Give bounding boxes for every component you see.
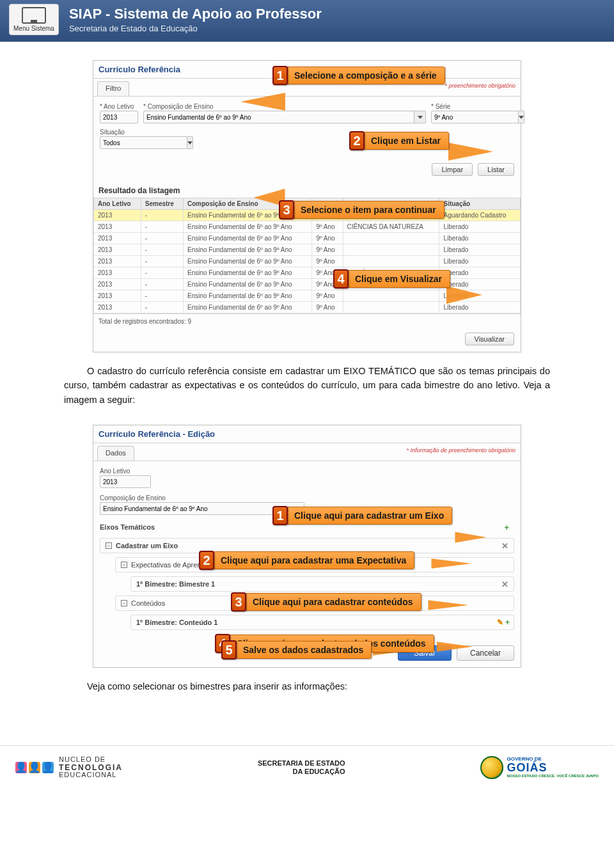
cell: Ensino Fundamental de 6º ao 9º Ano bbox=[183, 221, 311, 233]
serie-label: * Série bbox=[431, 103, 514, 110]
table-row[interactable]: 2013-Ensino Fundamental de 6º ao 9º Ano9… bbox=[94, 267, 521, 279]
serie-dropdown[interactable] bbox=[519, 111, 524, 123]
menu-sistema-button[interactable]: Menu Sistema bbox=[9, 4, 59, 35]
situacao-input[interactable] bbox=[100, 136, 187, 149]
header-text: SIAP - Sistema de Apoio ao Professor Sec… bbox=[69, 6, 322, 33]
arrow-3 bbox=[254, 189, 285, 207]
row-bimestre1[interactable]: 1º Bimestre: Bimestre 1 ✕ bbox=[130, 576, 514, 592]
conteudos-label: Conteúdos bbox=[131, 599, 165, 607]
close-icon[interactable]: ✕ bbox=[501, 580, 508, 589]
col-header: Série bbox=[312, 198, 343, 210]
cell: 9º Ano bbox=[312, 267, 343, 279]
nte-line3: EDUCACIONAL bbox=[59, 771, 116, 778]
cell: 2013 bbox=[94, 210, 141, 221]
situacao-dropdown[interactable] bbox=[187, 136, 193, 149]
collapse-icon[interactable]: − bbox=[106, 542, 112, 549]
row-actions: ✎ + bbox=[497, 618, 510, 627]
edit-icon[interactable]: ✎ bbox=[497, 618, 503, 627]
composicao-dropdown[interactable] bbox=[414, 111, 426, 123]
comp-input-2[interactable] bbox=[100, 502, 304, 515]
callout-p2-5-text: Salve os dados cadastrados bbox=[235, 641, 372, 659]
goias-text: GOVERNO DE GOIÁS NOSSO ESTADO CRESCE. VO… bbox=[507, 757, 599, 778]
cell: Ensino Fundamental de 6º ao 9º Ano bbox=[183, 267, 311, 279]
cell: - bbox=[141, 233, 183, 244]
cell: 9º Ano bbox=[312, 210, 343, 221]
table-row[interactable]: 2013-Ensino Fundamental de 6º ao 9º Ano9… bbox=[94, 233, 521, 244]
listar-button[interactable]: Listar bbox=[478, 163, 514, 176]
cell: Ensino Fundamental de 6º ao 9º Ano bbox=[183, 244, 311, 256]
cell: 2013 bbox=[94, 302, 141, 313]
tab-dados[interactable]: Dados bbox=[97, 446, 134, 461]
cell: Liberado bbox=[439, 233, 521, 244]
cell: - bbox=[141, 221, 183, 233]
arrow-p2-2 bbox=[432, 559, 472, 569]
table-row[interactable]: 2013-Ensino Fundamental de 6º ao 9º Ano9… bbox=[94, 256, 521, 267]
col-header: Ano Letivo bbox=[94, 198, 141, 210]
col-header: Composição de Ensino bbox=[183, 198, 311, 210]
secretaria-logo: SECRETARIA DE ESTADO DA EDUCAÇÃO bbox=[258, 759, 345, 775]
composicao-input[interactable] bbox=[143, 111, 414, 123]
cell: - bbox=[141, 210, 183, 221]
ano-input[interactable] bbox=[100, 111, 138, 123]
sed-line1: SECRETARIA DE ESTADO bbox=[258, 759, 345, 768]
cell: Ensino Fundamental de 6º ao 9º Ano bbox=[183, 233, 311, 244]
tab-filtro[interactable]: Filtro bbox=[97, 81, 129, 96]
cell: - bbox=[141, 279, 183, 290]
cell: 9º Ano bbox=[312, 256, 343, 267]
cell: 2013 bbox=[94, 233, 141, 244]
panel2-title: Currículo Referência - Edição bbox=[93, 425, 521, 443]
cell: HISTÓRIA bbox=[343, 267, 439, 279]
cell: Liberado bbox=[439, 267, 521, 279]
menu-label: Menu Sistema bbox=[13, 25, 54, 32]
cell: Liberado bbox=[439, 244, 521, 256]
globe-icon bbox=[480, 756, 503, 779]
table-row[interactable]: 2013-Ensino Fundamental de 6º ao 9º Ano9… bbox=[94, 221, 521, 233]
goias-logo: GOVERNO DE GOIÁS NOSSO ESTADO CRESCE. VO… bbox=[480, 756, 599, 779]
cell: 9º Ano bbox=[312, 290, 343, 302]
arrow-p2-1 bbox=[455, 532, 487, 543]
required-note: * preenchimento obrigatório bbox=[445, 83, 516, 89]
panel-curriculo-referencia: Currículo Referência Filtro * preenchime… bbox=[93, 60, 521, 352]
monitor-icon bbox=[22, 7, 46, 24]
cell: Liberado bbox=[439, 256, 521, 267]
cell: Ensino Fundamental de 6º ao 9º Ano bbox=[183, 290, 311, 302]
plus-icon[interactable]: + bbox=[505, 618, 510, 627]
arrow-2 bbox=[448, 143, 493, 161]
row-bimestre1-conteudo[interactable]: 1º Bimestre: Conteúdo 1 ✎ + bbox=[130, 615, 514, 630]
collapse-icon[interactable]: − bbox=[121, 562, 127, 568]
row-cadastrar-eixo[interactable]: − Cadastrar um Eixo ✕ bbox=[100, 538, 514, 553]
callout-p2-5: 5 Salve os dados cadastrados bbox=[221, 640, 372, 659]
bimestre1c-label: 1º Bimestre: Conteúdo 1 bbox=[136, 619, 217, 626]
table-row[interactable]: 2013-Ensino Fundamental de 6º ao 9º Ano9… bbox=[94, 210, 521, 221]
slogan-line: NOSSO ESTADO CRESCE. VOCÊ CRESCE JUNTO bbox=[507, 774, 599, 778]
cell: 9º Ano bbox=[312, 279, 343, 290]
ano-label-2: Ano Letivo bbox=[100, 468, 151, 475]
cell bbox=[343, 302, 439, 313]
cell: 2013 bbox=[94, 244, 141, 256]
app-header: Menu Sistema SIAP - Sistema de Apoio ao … bbox=[0, 0, 614, 42]
visualizar-button[interactable]: Visualizar bbox=[465, 333, 515, 345]
collapse-icon[interactable]: − bbox=[121, 600, 127, 606]
plus-icon[interactable]: + bbox=[504, 523, 509, 532]
table-row[interactable]: 2013-Ensino Fundamental de 6º ao 9º Ano9… bbox=[94, 244, 521, 256]
serie-input[interactable] bbox=[431, 111, 519, 123]
limpar-button[interactable]: Limpar bbox=[432, 163, 473, 176]
ano-input-2[interactable] bbox=[100, 475, 151, 488]
col-header: Semestre bbox=[141, 198, 183, 210]
panel-curriculo-edicao: Currículo Referência - Edição Dados * In… bbox=[93, 425, 521, 668]
nte-icon: 👤 👤 👤 bbox=[15, 762, 54, 773]
bimestre1-label: 1º Bimestre: Bimestre 1 bbox=[136, 580, 215, 588]
ano-label: * Ano Letivo bbox=[100, 103, 138, 110]
cell: Ensino Fundamental de 6º ao 9º Ano bbox=[183, 279, 311, 290]
cell bbox=[343, 244, 439, 256]
close-icon[interactable]: ✕ bbox=[501, 541, 508, 551]
cell bbox=[343, 233, 439, 244]
goias-line: GOIÁS bbox=[507, 762, 599, 774]
cell: Ensino Fundamental de 6º ao 9º Ano bbox=[183, 210, 311, 221]
cell: Aguardando Cadastro bbox=[439, 210, 521, 221]
situacao-label: Situação bbox=[100, 129, 177, 136]
chevron-down-icon bbox=[418, 116, 423, 119]
cell: 2013 bbox=[94, 267, 141, 279]
resultado-title: Resultado da listagem bbox=[93, 182, 521, 198]
dados-body: Ano Letivo Composição de Ensino Eixos Te… bbox=[93, 461, 521, 639]
